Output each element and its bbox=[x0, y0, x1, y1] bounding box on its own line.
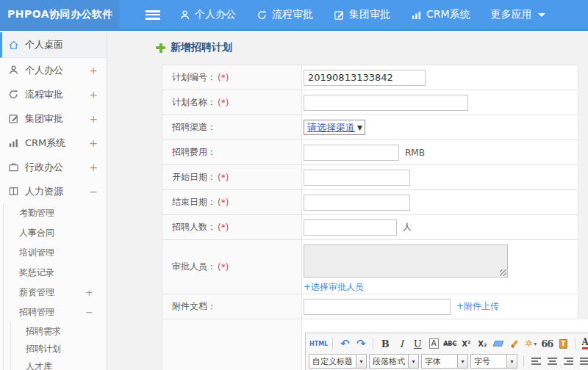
channel-select[interactable]: 请选择渠道 ▼ bbox=[304, 120, 365, 135]
attachment-input[interactable] bbox=[304, 299, 451, 315]
source-code-button[interactable]: HTML bbox=[309, 336, 328, 351]
sidebar-item-recruit-plan[interactable]: 招聘计划 bbox=[11, 340, 107, 358]
italic-button[interactable]: I bbox=[394, 336, 409, 351]
expand-minus-icon[interactable]: − bbox=[85, 307, 93, 318]
topnav-label: 更多应用 bbox=[491, 8, 532, 21]
topnav-more-apps[interactable]: 更多应用 bbox=[491, 8, 545, 21]
cost-input[interactable] bbox=[304, 145, 399, 161]
sub-item-label: 招聘管理 bbox=[19, 306, 85, 319]
format-painter-button[interactable] bbox=[507, 336, 522, 351]
expand-plus-icon[interactable]: + bbox=[89, 89, 98, 101]
strikethrough-button[interactable]: ABC bbox=[442, 336, 457, 351]
topnav-group-approval[interactable]: 集团审批 bbox=[334, 8, 390, 21]
auto-typeset-button[interactable]: ✲▾ bbox=[523, 336, 538, 351]
sidebar-item-salary[interactable]: 薪资管理 + bbox=[4, 283, 107, 302]
align-justify-icon bbox=[580, 358, 588, 365]
combo-arrow-icon[interactable]: ▾ bbox=[408, 355, 418, 368]
field-label: 结束日期： (*) bbox=[162, 190, 302, 214]
field-label: 计划编号： (*) bbox=[162, 65, 302, 90]
approvers-textarea[interactable] bbox=[304, 244, 508, 278]
font-color-glyph: A bbox=[582, 338, 588, 349]
remove-format-button[interactable] bbox=[491, 336, 506, 351]
combo-arrow-icon[interactable]: ▾ bbox=[506, 355, 517, 368]
paragraph-format-combo[interactable]: 段落格式 ▾ bbox=[369, 354, 419, 369]
align-center-icon bbox=[548, 358, 557, 365]
expand-plus-icon[interactable]: + bbox=[89, 65, 98, 76]
expand-plus-icon[interactable]: + bbox=[89, 137, 98, 149]
expand-plus-icon[interactable]: + bbox=[85, 287, 93, 298]
font-border-button[interactable]: A bbox=[426, 336, 441, 351]
font-color-button[interactable]: A▾ bbox=[580, 336, 588, 351]
expand-minus-icon[interactable]: − bbox=[89, 186, 98, 197]
align-justify-button[interactable] bbox=[577, 354, 588, 369]
topnav-crm-system[interactable]: CRM系统 bbox=[411, 8, 470, 21]
superscript-button[interactable]: X² bbox=[459, 336, 473, 351]
align-left-icon bbox=[531, 358, 541, 365]
combo-arrow-icon[interactable]: ▾ bbox=[457, 355, 467, 368]
align-right-button[interactable] bbox=[561, 354, 576, 369]
select-approvers-link[interactable]: +选择审批人员 bbox=[304, 281, 364, 294]
combo-value: 自定义标题 bbox=[309, 355, 356, 368]
topnav-workflow-approval[interactable]: 流程审批 bbox=[257, 8, 313, 21]
underline-button[interactable]: U bbox=[410, 336, 425, 351]
field-value bbox=[302, 90, 578, 115]
sidebar-item-workflow-approval[interactable]: 流程审批 + bbox=[0, 82, 107, 106]
sidebar-item-attendance[interactable]: 考勤管理 bbox=[4, 203, 107, 223]
topnav-personal-office[interactable]: 个人办公 bbox=[179, 8, 236, 21]
combo-value: 字体 bbox=[422, 355, 457, 368]
sub-item-label: 薪资管理 bbox=[19, 286, 85, 299]
expand-plus-icon[interactable]: + bbox=[89, 162, 98, 173]
briefcase-icon bbox=[8, 162, 19, 173]
sidebar-item-talent-pool[interactable]: 人才库 bbox=[11, 358, 107, 370]
sidebar-item-human-resources[interactable]: 人力资源 − bbox=[0, 179, 107, 203]
bold-button[interactable]: B bbox=[378, 336, 392, 351]
sidebar-item-admin-office[interactable]: 行政办公 + bbox=[0, 155, 107, 179]
sidebar-item-training[interactable]: 培训管理 bbox=[4, 243, 107, 263]
currency-suffix: RMB bbox=[405, 148, 425, 158]
book-icon bbox=[8, 186, 19, 197]
add-plus-icon bbox=[156, 43, 165, 53]
label-text: 计划编号： bbox=[172, 71, 216, 84]
person-icon bbox=[179, 10, 190, 21]
attachment-upload-link[interactable]: +附件上传 bbox=[456, 300, 499, 313]
expand-plus-icon[interactable]: + bbox=[89, 113, 98, 125]
undo-button[interactable]: ↶ bbox=[337, 336, 352, 351]
sidebar-item-personal-desktop[interactable]: 个人桌面 bbox=[0, 32, 107, 58]
required-mark: (*) bbox=[218, 73, 229, 83]
sidebar-item-crm-system[interactable]: CRM系统 + bbox=[0, 131, 107, 155]
label-text: 结束日期： bbox=[172, 196, 216, 208]
custom-title-combo[interactable]: 自定义标题 ▾ bbox=[309, 354, 367, 369]
sidebar-item-recruit-demand[interactable]: 招聘需求 bbox=[11, 322, 107, 340]
select-value-text: 请选择渠道 bbox=[307, 121, 355, 134]
label-text: 审批人员： bbox=[172, 261, 216, 273]
sidebar-item-recruitment[interactable]: 招聘管理 − bbox=[4, 302, 107, 322]
end-date-input[interactable] bbox=[304, 195, 410, 211]
sidebar-item-personal-office[interactable]: 个人办公 + bbox=[0, 58, 107, 82]
form-row-plan-name: 计划名称： (*) bbox=[162, 90, 578, 115]
hamburger-menu-icon[interactable] bbox=[146, 10, 160, 20]
combo-value: 段落格式 bbox=[370, 355, 408, 368]
blockquote-button[interactable]: 66 bbox=[539, 336, 554, 351]
subscript-button[interactable]: X₂ bbox=[475, 336, 490, 351]
sidebar-item-hr-contract[interactable]: 人事合同 bbox=[4, 223, 107, 243]
paste-plain-button[interactable]: T bbox=[556, 336, 570, 351]
redo-button[interactable]: ↷ bbox=[354, 336, 368, 351]
align-center-button[interactable] bbox=[545, 354, 559, 369]
label-text: 附件文档： bbox=[172, 300, 216, 313]
plan-number-input[interactable] bbox=[304, 70, 426, 86]
font-size-combo[interactable]: 字号 ▾ bbox=[470, 354, 517, 369]
combo-arrow-icon[interactable]: ▾ bbox=[356, 355, 366, 368]
home-icon bbox=[8, 40, 19, 51]
hr-submenu: 考勤管理 人事合同 培训管理 奖惩记录 薪资管理 + 招聘管理 − 招聘需求 bbox=[3, 203, 107, 370]
font-family-combo[interactable]: 字体 ▾ bbox=[421, 354, 468, 369]
form-row-approvers: 审批人员： (*) +选择审批人员 bbox=[162, 240, 578, 294]
sub-item-label: 培训管理 bbox=[19, 247, 93, 259]
sidebar-item-group-approval[interactable]: 集团审批 + bbox=[0, 106, 107, 131]
start-date-input[interactable] bbox=[304, 170, 410, 186]
unit-suffix: 人 bbox=[403, 221, 412, 233]
field-label: 招聘人数： (*) bbox=[162, 215, 302, 239]
sidebar-item-rewards[interactable]: 奖惩记录 bbox=[4, 263, 107, 283]
align-left-button[interactable] bbox=[528, 354, 543, 369]
headcount-input[interactable] bbox=[304, 220, 397, 236]
plan-name-input[interactable] bbox=[304, 95, 468, 111]
